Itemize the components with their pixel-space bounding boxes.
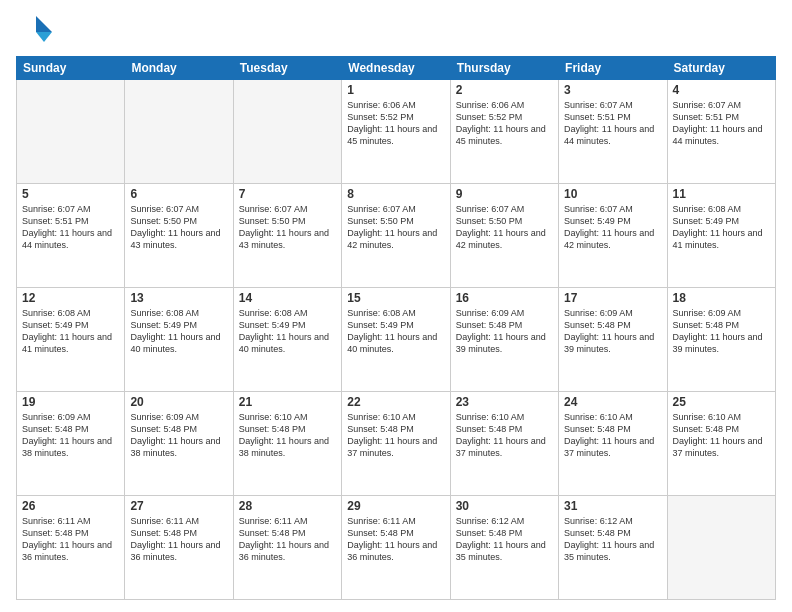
day-number: 11: [673, 187, 770, 201]
day-info: Sunrise: 6:06 AM Sunset: 5:52 PM Dayligh…: [347, 99, 444, 148]
day-info: Sunrise: 6:09 AM Sunset: 5:48 PM Dayligh…: [564, 307, 661, 356]
day-number: 20: [130, 395, 227, 409]
svg-marker-0: [36, 16, 52, 32]
weekday-header-sunday: Sunday: [17, 57, 125, 80]
day-number: 27: [130, 499, 227, 513]
calendar-cell: 17 Sunrise: 6:09 AM Sunset: 5:48 PM Dayl…: [559, 288, 667, 392]
day-info: Sunrise: 6:11 AM Sunset: 5:48 PM Dayligh…: [239, 515, 336, 564]
day-number: 14: [239, 291, 336, 305]
calendar-cell: 31 Sunrise: 6:12 AM Sunset: 5:48 PM Dayl…: [559, 496, 667, 600]
calendar-cell: 22 Sunrise: 6:10 AM Sunset: 5:48 PM Dayl…: [342, 392, 450, 496]
day-number: 30: [456, 499, 553, 513]
weekday-header-friday: Friday: [559, 57, 667, 80]
weekday-header-wednesday: Wednesday: [342, 57, 450, 80]
page: SundayMondayTuesdayWednesdayThursdayFrid…: [0, 0, 792, 612]
day-info: Sunrise: 6:08 AM Sunset: 5:49 PM Dayligh…: [130, 307, 227, 356]
calendar-cell: [667, 496, 775, 600]
day-number: 23: [456, 395, 553, 409]
day-info: Sunrise: 6:10 AM Sunset: 5:48 PM Dayligh…: [564, 411, 661, 460]
calendar-week-4: 26 Sunrise: 6:11 AM Sunset: 5:48 PM Dayl…: [17, 496, 776, 600]
day-number: 29: [347, 499, 444, 513]
calendar-cell: 11 Sunrise: 6:08 AM Sunset: 5:49 PM Dayl…: [667, 184, 775, 288]
logo-icon: [16, 12, 52, 48]
day-info: Sunrise: 6:07 AM Sunset: 5:51 PM Dayligh…: [673, 99, 770, 148]
day-info: Sunrise: 6:09 AM Sunset: 5:48 PM Dayligh…: [456, 307, 553, 356]
weekday-header-thursday: Thursday: [450, 57, 558, 80]
day-number: 17: [564, 291, 661, 305]
logo: [16, 12, 56, 48]
calendar-cell: 15 Sunrise: 6:08 AM Sunset: 5:49 PM Dayl…: [342, 288, 450, 392]
day-info: Sunrise: 6:12 AM Sunset: 5:48 PM Dayligh…: [564, 515, 661, 564]
day-info: Sunrise: 6:11 AM Sunset: 5:48 PM Dayligh…: [347, 515, 444, 564]
calendar-table: SundayMondayTuesdayWednesdayThursdayFrid…: [16, 56, 776, 600]
calendar-cell: 26 Sunrise: 6:11 AM Sunset: 5:48 PM Dayl…: [17, 496, 125, 600]
calendar-cell: 30 Sunrise: 6:12 AM Sunset: 5:48 PM Dayl…: [450, 496, 558, 600]
day-number: 7: [239, 187, 336, 201]
calendar-cell: 5 Sunrise: 6:07 AM Sunset: 5:51 PM Dayli…: [17, 184, 125, 288]
weekday-header-tuesday: Tuesday: [233, 57, 341, 80]
day-info: Sunrise: 6:07 AM Sunset: 5:50 PM Dayligh…: [130, 203, 227, 252]
calendar-cell: 20 Sunrise: 6:09 AM Sunset: 5:48 PM Dayl…: [125, 392, 233, 496]
calendar-cell: 8 Sunrise: 6:07 AM Sunset: 5:50 PM Dayli…: [342, 184, 450, 288]
day-info: Sunrise: 6:07 AM Sunset: 5:50 PM Dayligh…: [347, 203, 444, 252]
calendar-week-0: 1 Sunrise: 6:06 AM Sunset: 5:52 PM Dayli…: [17, 80, 776, 184]
weekday-header-saturday: Saturday: [667, 57, 775, 80]
calendar-cell: 9 Sunrise: 6:07 AM Sunset: 5:50 PM Dayli…: [450, 184, 558, 288]
day-info: Sunrise: 6:08 AM Sunset: 5:49 PM Dayligh…: [22, 307, 119, 356]
day-info: Sunrise: 6:11 AM Sunset: 5:48 PM Dayligh…: [22, 515, 119, 564]
day-number: 18: [673, 291, 770, 305]
calendar-cell: 25 Sunrise: 6:10 AM Sunset: 5:48 PM Dayl…: [667, 392, 775, 496]
calendar-cell: 7 Sunrise: 6:07 AM Sunset: 5:50 PM Dayli…: [233, 184, 341, 288]
calendar-cell: 24 Sunrise: 6:10 AM Sunset: 5:48 PM Dayl…: [559, 392, 667, 496]
header: [16, 12, 776, 48]
calendar-cell: 14 Sunrise: 6:08 AM Sunset: 5:49 PM Dayl…: [233, 288, 341, 392]
calendar-cell: 28 Sunrise: 6:11 AM Sunset: 5:48 PM Dayl…: [233, 496, 341, 600]
day-info: Sunrise: 6:07 AM Sunset: 5:49 PM Dayligh…: [564, 203, 661, 252]
day-number: 24: [564, 395, 661, 409]
calendar-cell: [17, 80, 125, 184]
day-info: Sunrise: 6:07 AM Sunset: 5:50 PM Dayligh…: [456, 203, 553, 252]
svg-marker-1: [36, 32, 52, 42]
day-info: Sunrise: 6:08 AM Sunset: 5:49 PM Dayligh…: [239, 307, 336, 356]
calendar-cell: 10 Sunrise: 6:07 AM Sunset: 5:49 PM Dayl…: [559, 184, 667, 288]
calendar-cell: 13 Sunrise: 6:08 AM Sunset: 5:49 PM Dayl…: [125, 288, 233, 392]
day-info: Sunrise: 6:07 AM Sunset: 5:51 PM Dayligh…: [22, 203, 119, 252]
calendar-cell: 19 Sunrise: 6:09 AM Sunset: 5:48 PM Dayl…: [17, 392, 125, 496]
day-number: 31: [564, 499, 661, 513]
calendar-week-3: 19 Sunrise: 6:09 AM Sunset: 5:48 PM Dayl…: [17, 392, 776, 496]
calendar-cell: [233, 80, 341, 184]
day-info: Sunrise: 6:11 AM Sunset: 5:48 PM Dayligh…: [130, 515, 227, 564]
calendar-cell: 2 Sunrise: 6:06 AM Sunset: 5:52 PM Dayli…: [450, 80, 558, 184]
day-info: Sunrise: 6:08 AM Sunset: 5:49 PM Dayligh…: [347, 307, 444, 356]
day-number: 26: [22, 499, 119, 513]
weekday-header-monday: Monday: [125, 57, 233, 80]
day-number: 25: [673, 395, 770, 409]
day-number: 22: [347, 395, 444, 409]
day-number: 3: [564, 83, 661, 97]
calendar-week-1: 5 Sunrise: 6:07 AM Sunset: 5:51 PM Dayli…: [17, 184, 776, 288]
day-number: 28: [239, 499, 336, 513]
calendar-cell: 29 Sunrise: 6:11 AM Sunset: 5:48 PM Dayl…: [342, 496, 450, 600]
calendar-cell: 21 Sunrise: 6:10 AM Sunset: 5:48 PM Dayl…: [233, 392, 341, 496]
day-info: Sunrise: 6:12 AM Sunset: 5:48 PM Dayligh…: [456, 515, 553, 564]
day-info: Sunrise: 6:10 AM Sunset: 5:48 PM Dayligh…: [239, 411, 336, 460]
calendar-cell: 16 Sunrise: 6:09 AM Sunset: 5:48 PM Dayl…: [450, 288, 558, 392]
day-number: 2: [456, 83, 553, 97]
calendar-cell: 12 Sunrise: 6:08 AM Sunset: 5:49 PM Dayl…: [17, 288, 125, 392]
day-number: 6: [130, 187, 227, 201]
calendar-cell: 1 Sunrise: 6:06 AM Sunset: 5:52 PM Dayli…: [342, 80, 450, 184]
day-number: 4: [673, 83, 770, 97]
day-info: Sunrise: 6:07 AM Sunset: 5:50 PM Dayligh…: [239, 203, 336, 252]
calendar-week-2: 12 Sunrise: 6:08 AM Sunset: 5:49 PM Dayl…: [17, 288, 776, 392]
day-info: Sunrise: 6:10 AM Sunset: 5:48 PM Dayligh…: [456, 411, 553, 460]
day-number: 10: [564, 187, 661, 201]
calendar-cell: 18 Sunrise: 6:09 AM Sunset: 5:48 PM Dayl…: [667, 288, 775, 392]
day-info: Sunrise: 6:09 AM Sunset: 5:48 PM Dayligh…: [130, 411, 227, 460]
day-info: Sunrise: 6:08 AM Sunset: 5:49 PM Dayligh…: [673, 203, 770, 252]
day-info: Sunrise: 6:10 AM Sunset: 5:48 PM Dayligh…: [347, 411, 444, 460]
day-info: Sunrise: 6:10 AM Sunset: 5:48 PM Dayligh…: [673, 411, 770, 460]
day-number: 16: [456, 291, 553, 305]
calendar-cell: 4 Sunrise: 6:07 AM Sunset: 5:51 PM Dayli…: [667, 80, 775, 184]
day-number: 19: [22, 395, 119, 409]
day-number: 13: [130, 291, 227, 305]
